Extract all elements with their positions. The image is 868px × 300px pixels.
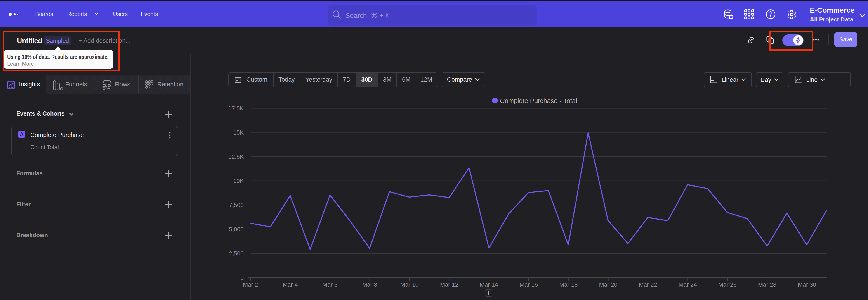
svg-text:15K: 15K bbox=[233, 129, 244, 136]
svg-text:Mar 14: Mar 14 bbox=[480, 281, 498, 288]
svg-text:Mar 12: Mar 12 bbox=[440, 281, 458, 288]
svg-text:Mar 8: Mar 8 bbox=[362, 281, 377, 288]
svg-text:Mar 4: Mar 4 bbox=[283, 281, 298, 288]
svg-text:Mar 16: Mar 16 bbox=[520, 281, 538, 288]
svg-text:7,500: 7,500 bbox=[229, 202, 244, 208]
svg-text:Mar 22: Mar 22 bbox=[639, 281, 657, 288]
svg-text:17.5K: 17.5K bbox=[228, 105, 244, 112]
svg-text:0: 0 bbox=[241, 274, 244, 281]
svg-text:Mar 2: Mar 2 bbox=[243, 281, 258, 288]
svg-text:10K: 10K bbox=[233, 177, 244, 184]
svg-text:Mar 20: Mar 20 bbox=[599, 281, 617, 288]
svg-text:Mar 26: Mar 26 bbox=[718, 281, 737, 288]
svg-text:Mar 24: Mar 24 bbox=[679, 281, 697, 288]
svg-text:Mar 30: Mar 30 bbox=[798, 281, 816, 288]
svg-text:2,500: 2,500 bbox=[229, 250, 244, 257]
svg-text:Mar 6: Mar 6 bbox=[322, 281, 337, 288]
svg-text:5,000: 5,000 bbox=[229, 226, 244, 233]
svg-text:12.5K: 12.5K bbox=[228, 153, 244, 160]
svg-text:Mar 10: Mar 10 bbox=[400, 281, 418, 288]
svg-text:Mar 28: Mar 28 bbox=[758, 281, 776, 288]
svg-text:Mar 18: Mar 18 bbox=[559, 281, 578, 288]
